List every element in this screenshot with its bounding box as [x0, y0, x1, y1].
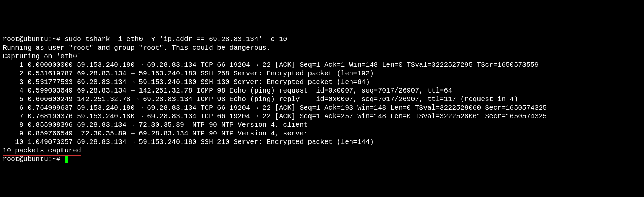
terminal-cursor-icon	[65, 156, 68, 163]
packet-row: 3 0.531777533 69.28.83.134 → 59.153.240.…	[3, 78, 641, 86]
shell-prompt: root@ubuntu:~#	[3, 35, 65, 43]
warning-line: Running as user "root" and group "root".…	[3, 44, 641, 52]
packet-row: 8 0.855908396 69.28.83.134 → 72.30.35.89…	[3, 121, 641, 129]
packet-row: 2 0.531619787 69.28.83.134 → 59.153.240.…	[3, 69, 641, 78]
packet-row: 1 0.000000000 59.153.240.180 → 69.28.83.…	[3, 61, 641, 69]
shell-prompt: root@ubuntu:~#	[3, 155, 65, 163]
capturing-line: Capturing on 'eth0'	[3, 52, 641, 61]
packet-row: 5 0.600600249 142.251.32.78 → 69.28.83.1…	[3, 95, 641, 103]
prompt-line-1: root@ubuntu:~# sudo tshark -i eth0 -Y 'i…	[3, 35, 641, 44]
packet-row: 10 1.049073057 69.28.83.134 → 59.153.240…	[3, 138, 641, 146]
command-text: sudo tshark -i eth0 -Y 'ip.addr == 69.28…	[65, 35, 287, 44]
packet-row: 9 0.859766549 72.30.35.89 → 69.28.83.134…	[3, 129, 641, 138]
summary-line: 10 packets captured	[3, 146, 641, 155]
packet-row: 6 0.764999637 59.153.240.180 → 69.28.83.…	[3, 103, 641, 112]
packet-row: 4 0.599003649 69.28.83.134 → 142.251.32.…	[3, 86, 641, 95]
prompt-line-2[interactable]: root@ubuntu:~#	[3, 155, 641, 163]
packet-row: 7 0.768190376 59.153.240.180 → 69.28.83.…	[3, 112, 641, 121]
summary-text: 10 packets captured	[3, 147, 81, 156]
